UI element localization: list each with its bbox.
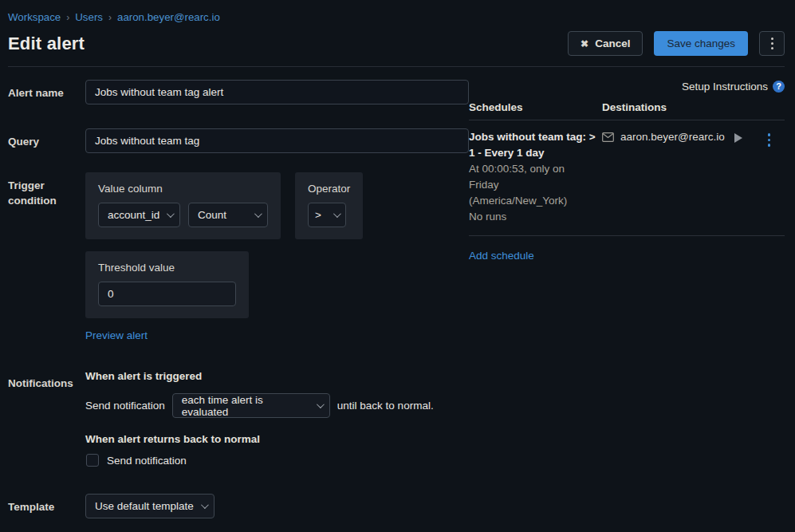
schedule-runs: No runs (469, 209, 596, 225)
send-notification-checkbox-label: Send notification (107, 455, 187, 467)
chevron-down-icon (317, 400, 325, 408)
edit-alert-page: Workspace › Users › aaron.beyer@rearc.io… (0, 0, 795, 532)
schedule-timezone: (America/New_York) (469, 193, 596, 209)
destinations-column-header: Destinations (602, 101, 785, 113)
schedule-timing: At 00:00:53, only on Friday (469, 161, 596, 193)
notification-frequency-selected: each time alert is evaluated (182, 394, 310, 418)
kebab-icon (771, 37, 773, 40)
notifications-label: Notifications (8, 370, 85, 467)
help-icon[interactable]: ? (773, 81, 785, 93)
template-select[interactable]: Use default template (85, 494, 214, 518)
add-schedule-link[interactable]: Add schedule (469, 250, 534, 262)
preview-alert-link[interactable]: Preview alert (85, 329, 148, 341)
alert-form: Alert name Query Trigger condition Value… (8, 80, 469, 518)
chevron-right-icon: › (66, 12, 69, 23)
schedule-row: Jobs without team tag: > 1 - Every 1 day… (469, 120, 785, 236)
alert-name-row: Alert name (8, 80, 469, 104)
destination-email: aaron.beyer@rearc.io (620, 131, 734, 143)
notification-frequency-select[interactable]: each time alert is evaluated (172, 393, 330, 418)
aggregation-selected: Count (198, 209, 226, 221)
query-row: Query (8, 128, 469, 153)
alert-name-input[interactable] (85, 80, 469, 104)
page-header: Workspace › Users › aaron.beyer@rearc.io… (0, 0, 795, 67)
setup-instructions-link[interactable]: Setup Instructions (682, 81, 768, 93)
chevron-down-icon (254, 210, 262, 218)
trigger-condition-row: Trigger condition Value column account_i… (8, 172, 469, 341)
chevron-down-icon (201, 501, 209, 509)
trigger-condition-label: Trigger condition (8, 172, 85, 341)
main-content: Alert name Query Trigger condition Value… (0, 67, 795, 518)
send-notification-prefix: Send notification (85, 400, 165, 412)
schedule-title: Jobs without team tag: > 1 - Every 1 day (469, 129, 596, 161)
chevron-down-icon (333, 210, 341, 218)
operator-label: Operator (308, 183, 350, 195)
back-to-normal-heading: When alert returns back to normal (85, 433, 469, 445)
breadcrumb-workspace[interactable]: Workspace (8, 11, 61, 23)
breadcrumb-users[interactable]: Users (75, 11, 103, 23)
template-label: Template (8, 494, 85, 518)
page-title: Edit alert (8, 33, 85, 54)
breadcrumb-user-email[interactable]: aaron.beyer@rearc.io (117, 11, 220, 23)
send-notification-suffix: until back to normal. (337, 400, 434, 412)
template-selected: Use default template (95, 500, 194, 512)
title-row: Edit alert ✖ Cancel Save changes (8, 31, 785, 56)
header-actions: ✖ Cancel Save changes (568, 31, 785, 56)
when-triggered-heading: When alert is triggered (85, 370, 469, 382)
aggregation-select[interactable]: Count (188, 203, 268, 227)
cancel-button-label: Cancel (595, 37, 630, 49)
operator-select[interactable]: > (308, 203, 346, 227)
value-column-card: Value column account_id Count (85, 172, 281, 239)
destination-menu-icon[interactable] (766, 132, 773, 148)
chevron-down-icon (167, 210, 175, 218)
schedules-table: Schedules Destinations Jobs without team… (469, 101, 785, 236)
alert-name-label: Alert name (8, 80, 85, 104)
email-icon (602, 132, 614, 142)
template-row: Template Use default template (8, 494, 469, 518)
notifications-row: Notifications When alert is triggered Se… (8, 370, 469, 467)
operator-selected: > (315, 209, 321, 221)
breadcrumb: Workspace › Users › aaron.beyer@rearc.io (8, 11, 785, 23)
query-input[interactable] (85, 128, 469, 153)
test-destination-play-icon[interactable] (734, 133, 742, 143)
cancel-button[interactable]: ✖ Cancel (568, 31, 643, 56)
save-changes-button[interactable]: Save changes (654, 31, 748, 56)
threshold-label: Threshold value (98, 262, 236, 274)
value-column-selected: account_id (108, 209, 159, 221)
threshold-card: Threshold value (85, 251, 249, 318)
query-label: Query (8, 128, 85, 153)
chevron-right-icon: › (108, 12, 112, 23)
value-column-label: Value column (98, 183, 268, 195)
operator-card: Operator > (295, 172, 363, 239)
threshold-input[interactable] (98, 282, 236, 306)
schedules-column-header: Schedules (469, 101, 602, 113)
schedules-panel: Setup Instructions ? Schedules Destinati… (469, 80, 785, 518)
close-icon: ✖ (581, 38, 588, 49)
value-column-select[interactable]: account_id (98, 203, 180, 227)
send-notification-checkbox[interactable] (86, 454, 99, 467)
more-options-button[interactable] (759, 31, 785, 56)
